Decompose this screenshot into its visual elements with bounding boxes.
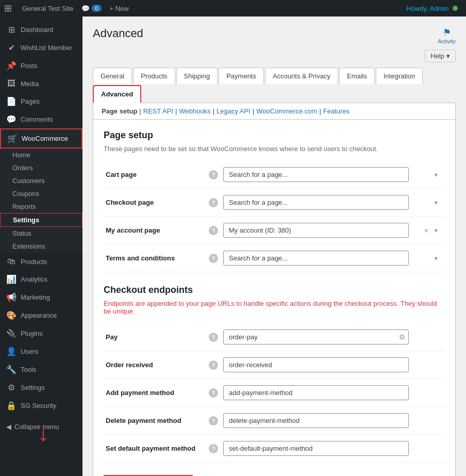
sidebar-item-marketing[interactable]: 📢 Marketing [0,288,82,306]
submenu-item-reports[interactable]: Reports [0,200,82,213]
cart-page-select[interactable]: Search for a page... [223,167,409,182]
checkout-endpoints-title: Checkout endpoints [104,285,445,296]
submenu-item-customers[interactable]: Customers [0,174,82,187]
wishlist-icon: ✔ [6,43,16,53]
checkout-endpoints-section: Checkout endpoints Endpoints are appende… [104,285,445,463]
tab-integration[interactable]: Integration [376,68,423,84]
add-payment-method-input[interactable] [223,385,409,400]
pay-input[interactable] [223,330,409,344]
checkout-page-select-wrapper: Search for a page... ▾ [223,195,443,210]
set-default-payment-method-label: Set default payment method [104,435,207,463]
tab-payments[interactable]: Payments [219,68,264,84]
order-received-input[interactable] [223,357,409,372]
products-icon: 🛍 [6,257,16,266]
subnav-woocommerce-com[interactable]: WooCommerce.com [256,107,317,115]
new-content-button[interactable]: + New [106,5,133,12]
sidebar-item-settings[interactable]: ⚙ Settings [0,379,82,397]
sidebar-item-label: Products [21,258,47,266]
checkout-page-label: Checkout page [104,189,207,217]
chevron-down-icon: ▾ [435,255,438,262]
checkout-page-help-icon[interactable]: ? [209,198,218,207]
my-account-page-label: My account page [104,217,207,244]
sidebar-item-users[interactable]: 👤 Users [0,342,82,360]
submenu-item-extensions[interactable]: Extensions [0,240,82,253]
sidebar-item-posts[interactable]: 📌 Posts [0,57,82,75]
sidebar-item-plugins[interactable]: 🔌 Plugins [0,324,82,342]
my-account-page-select[interactable]: My account (ID: 380) [223,223,409,238]
submenu-item-orders[interactable]: Orders [0,161,82,174]
collapse-menu-button[interactable]: ◀ Collapse menu [0,419,82,435]
page-title: Advanced [93,27,143,40]
comments-menu-item[interactable]: 💬 0 [77,5,105,12]
tab-shipping[interactable]: Shipping [176,68,218,84]
plugins-icon: 🔌 [6,329,16,338]
sidebar-item-label: Media [21,80,39,88]
sidebar-item-comments[interactable]: 💬 Comments [0,110,82,128]
admin-bar: ⊞ General Test Site 💬 0 + New Howdy, Adm… [0,0,466,17]
sg-security-icon: 🔒 [6,401,16,411]
subnav-rest-api[interactable]: REST API [143,107,173,115]
clear-icon[interactable]: × [424,226,428,235]
sidebar-item-sg-security[interactable]: 🔒 SG Security [0,397,82,415]
subnav-features[interactable]: Features [323,107,350,115]
admin-sidebar: ⊞ Dashboard ✔ WishList Member 📌 Posts 🖼 … [0,17,82,476]
sidebar-item-appearance[interactable]: 🎨 Appearance [0,306,82,324]
tab-emails[interactable]: Emails [339,68,375,84]
submenu-item-coupons[interactable]: Coupons [0,187,82,200]
help-button[interactable]: Help ▾ [425,50,456,62]
order-received-label: Order received [104,351,207,379]
sidebar-item-media[interactable]: 🖼 Media [0,75,82,92]
order-received-help-icon[interactable]: ? [209,360,218,370]
posts-icon: 📌 [6,61,16,71]
copy-icon[interactable]: ⧉ [400,333,405,341]
pay-label: Pay [104,323,207,351]
delete-payment-method-help-icon[interactable]: ? [209,416,218,425]
cart-page-help-icon[interactable]: ? [209,170,218,179]
settings-tabs: General Products Shipping Payments Accou… [93,68,456,103]
sidebar-item-label: SG Security [21,402,56,409]
chevron-down-icon: ▾ [435,171,438,178]
set-default-payment-method-help-icon[interactable]: ? [209,444,218,453]
order-received-row: Order received ? [104,351,445,379]
pay-help-icon[interactable]: ? [209,333,218,342]
delete-payment-method-input[interactable] [223,413,409,428]
set-default-payment-method-input[interactable] [223,441,409,456]
sidebar-item-tools[interactable]: 🔧 Tools [0,360,82,379]
sidebar-item-label: Tools [21,366,36,373]
my-account-page-help-icon[interactable]: ? [209,226,218,235]
my-account-page-row: My account page ? My account (ID: 380) ×… [104,217,445,244]
activity-button[interactable]: ⚑ Activity [438,27,456,44]
submenu-item-status[interactable]: Status [0,227,82,240]
sidebar-item-pages[interactable]: 📄 Pages [0,92,82,110]
sidebar-item-label: Settings [21,384,45,391]
submenu-item-settings[interactable]: Settings [0,213,82,227]
sidebar-item-woocommerce[interactable]: 🛒 WooCommerce [0,128,82,149]
sub-navigation: Page setup | REST API | Webhooks | Legac… [93,103,456,120]
users-icon: 👤 [6,347,16,356]
tab-advanced[interactable]: Advanced [93,85,141,103]
add-payment-method-help-icon[interactable]: ? [209,388,218,398]
analytics-icon: 📊 [6,274,16,284]
terms-conditions-select[interactable]: Search for a page... [223,251,409,266]
marketing-icon: 📢 [6,292,16,302]
settings-icon: ⚙ [6,383,16,392]
tab-accounts-privacy[interactable]: Accounts & Privacy [265,68,338,84]
wp-logo-icon[interactable]: ⊞ [4,3,12,14]
checkout-endpoints-description: Endpoints are appended to your page URLs… [104,300,445,315]
add-payment-method-row: Add payment method ? [104,379,445,407]
tab-general[interactable]: General [93,68,132,84]
terms-conditions-help-icon[interactable]: ? [209,254,218,263]
pay-input-wrapper: ⧉ [223,330,409,344]
subnav-legacy-api[interactable]: Legacy API [217,107,251,115]
sidebar-item-analytics[interactable]: 📊 Analytics [0,270,82,288]
sidebar-item-label: Users [21,348,38,355]
tab-products[interactable]: Products [133,68,175,84]
sidebar-item-wishlist[interactable]: ✔ WishList Member [0,39,82,57]
sidebar-item-products[interactable]: 🛍 Products [0,253,82,270]
sidebar-item-label: Posts [21,62,38,70]
checkout-page-select[interactable]: Search for a page... [223,195,409,210]
site-name[interactable]: General Test Site [18,5,77,12]
subnav-webhooks[interactable]: Webhooks [179,107,210,115]
submenu-item-home[interactable]: Home [0,149,82,161]
sidebar-item-dashboard[interactable]: ⊞ Dashboard [0,21,82,39]
